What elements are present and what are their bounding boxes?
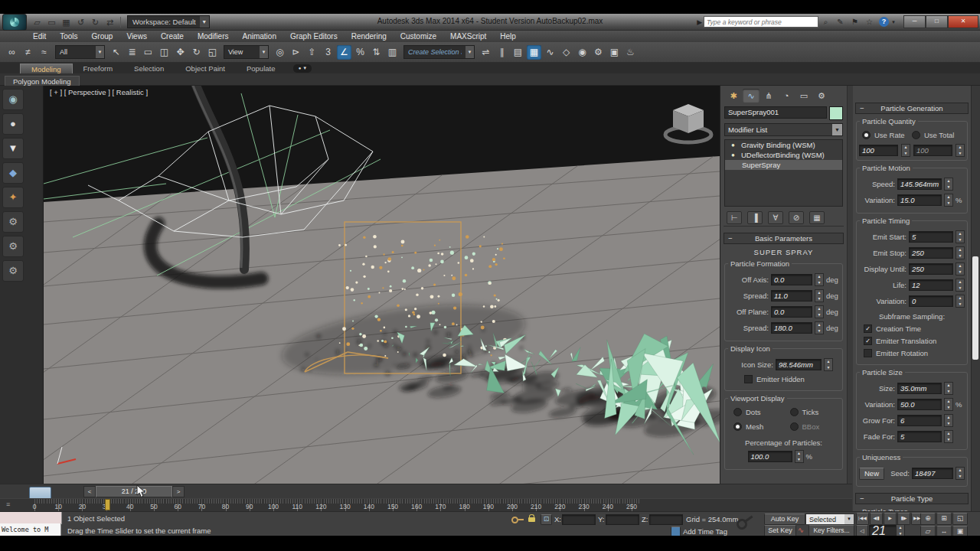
maxscript-mini-listener-pink[interactable] [0, 512, 62, 524]
selection-lock-key-icon[interactable] [511, 517, 518, 523]
select-object-icon[interactable]: ↖ [109, 45, 123, 60]
reference-coordinate-dropdown[interactable]: View ▼ [224, 45, 269, 59]
show-end-result-icon[interactable]: ▐ [747, 211, 763, 224]
spinner[interactable]: ▲▼ [795, 450, 804, 463]
subframe-check-emitter-rotation[interactable]: Emitter Rotation [864, 349, 965, 357]
maximize-button[interactable]: □ [926, 15, 948, 28]
ribbon-tab-selection[interactable]: Selection [123, 64, 175, 73]
spinner[interactable]: ▲▼ [944, 414, 953, 427]
menu-views[interactable]: Views [119, 31, 154, 42]
value-field[interactable]: 11.0 [771, 290, 812, 302]
add-time-tag[interactable]: Add Time Tag [683, 527, 727, 536]
spinner[interactable]: ▲▼ [944, 430, 953, 443]
window-crossing-icon[interactable]: ◫ [157, 45, 172, 60]
spinner[interactable]: ▲▼ [956, 144, 965, 157]
ribbon-tab-populate[interactable]: Populate [236, 64, 286, 73]
zoom-all-icon[interactable]: ⊞ [936, 513, 952, 525]
rollout-particle-type[interactable]: − Particle Type [855, 493, 969, 504]
key-step-toggle[interactable]: ◁ [856, 525, 868, 536]
align-icon[interactable]: ∥ [495, 45, 509, 60]
menu-create[interactable]: Create [154, 31, 191, 42]
viewport-display-option-bbox[interactable]: BBox [784, 422, 841, 431]
viewport-canvas[interactable] [44, 86, 720, 484]
ribbon-tab-object-paint[interactable]: Object Paint [175, 64, 236, 73]
stack-item-superspray[interactable]: SuperSpray [725, 160, 842, 170]
curve-editor-icon[interactable]: ∿ [543, 45, 557, 60]
set-key-button[interactable]: Set Key [764, 525, 796, 536]
machine-tool-c-icon[interactable]: ⚙ [2, 260, 24, 282]
value-field[interactable]: 5 [909, 231, 953, 243]
select-and-scale-icon[interactable]: ◱ [205, 45, 220, 60]
value-field[interactable]: 12 [909, 279, 953, 291]
unlink-selection-icon[interactable]: ≠ [21, 45, 35, 60]
spinner[interactable]: ▲▼ [956, 295, 965, 308]
value-field[interactable]: 35.0mm [897, 383, 942, 394]
sign-in-icon[interactable]: ✎ [835, 17, 846, 28]
redo-icon[interactable]: ↻ [89, 16, 102, 28]
select-and-move-icon[interactable]: ✥ [173, 45, 188, 60]
exchange-store-icon[interactable]: ⚑ [849, 17, 861, 28]
open-file-icon[interactable]: ▭ [45, 16, 58, 28]
light-bulb-icon[interactable]: ● [731, 150, 741, 160]
go-to-start-button[interactable]: |◀◀ [856, 513, 869, 525]
remove-modifier-icon[interactable]: ⊘ [789, 211, 804, 224]
lock-icon[interactable] [528, 517, 535, 522]
menu-edit[interactable]: Edit [26, 31, 53, 42]
menu-tools[interactable]: Tools [53, 31, 84, 42]
spinner[interactable]: ▲▼ [956, 246, 965, 259]
snaps-toggle-icon[interactable]: 3 [321, 45, 335, 60]
select-and-link-icon[interactable]: ∞ [5, 45, 19, 60]
previous-frame-arrow[interactable]: < [83, 486, 96, 497]
hierarchy-tab[interactable]: ⋔ [760, 89, 777, 103]
search-flyout-icon[interactable]: ▶ [697, 18, 702, 26]
help-chevron-icon[interactable]: ▼ [891, 20, 896, 24]
value-field[interactable]: 15.0 [897, 194, 942, 206]
panel-scrollbar-thumb[interactable] [972, 256, 978, 360]
render-production-icon[interactable]: ♨ [623, 45, 638, 60]
spinner[interactable]: ▲▼ [944, 178, 953, 191]
spinner[interactable]: ▲▼ [815, 289, 824, 302]
next-frame-button[interactable]: ▮▶ [897, 513, 910, 525]
spinner[interactable]: ▲▼ [815, 273, 824, 286]
spinner[interactable]: ▲▼ [944, 194, 953, 207]
menu-modifiers[interactable]: Modifiers [191, 31, 236, 42]
viewport-display-option-ticks[interactable]: Ticks [784, 408, 841, 416]
rendered-frame-window-icon[interactable]: ▣ [607, 45, 622, 60]
spinner[interactable]: ▲▼ [901, 144, 910, 157]
mirror-icon[interactable]: ⇌ [479, 45, 493, 60]
utilities-tab[interactable]: ⚙ [813, 89, 830, 103]
seed-field[interactable]: 18497 [912, 468, 953, 479]
zoom-icon[interactable]: ⊕ [920, 513, 936, 525]
select-and-manipulate-icon[interactable]: ⊳ [289, 45, 303, 60]
stack-item-udeflector-binding[interactable]: ● UDeflectorBinding (WSM) [725, 150, 842, 160]
subframe-check-emitter-translation[interactable]: Emitter Translation [864, 337, 965, 345]
display-tab[interactable]: ▭ [795, 89, 812, 103]
machine-tool-b-icon[interactable]: ⚙ [2, 236, 24, 257]
menu-customize[interactable]: Customize [394, 31, 443, 42]
use-total-radio[interactable]: Use Total [912, 131, 965, 139]
z-coordinate-field[interactable] [649, 514, 683, 525]
zoom-extents-icon[interactable]: ◱ [952, 513, 968, 525]
value-field[interactable]: 250 [909, 263, 953, 275]
create-tab[interactable]: ✱ [725, 89, 742, 103]
schematic-view-icon[interactable]: ◇ [559, 45, 573, 60]
spinner[interactable]: ▲▼ [956, 467, 965, 480]
next-frame-arrow[interactable]: > [172, 486, 185, 497]
render-setup-icon[interactable]: ⚙ [591, 45, 606, 60]
current-frame-marker[interactable] [105, 499, 110, 510]
menu-group[interactable]: Group [85, 31, 120, 42]
value-field[interactable]: 145.964mm [897, 178, 942, 190]
value-field[interactable]: 6 [897, 415, 942, 426]
spinner[interactable]: ▲▼ [956, 262, 965, 276]
value-field[interactable]: 0.0 [771, 306, 812, 318]
select-and-rotate-icon[interactable]: ↻ [189, 45, 204, 60]
scene-explorer-icon[interactable]: ▦ [527, 45, 541, 60]
spinner[interactable]: ▲▼ [824, 358, 833, 371]
y-coordinate-field[interactable] [606, 514, 639, 525]
biped-tool-icon[interactable]: ✦ [2, 187, 24, 208]
object-name-field[interactable]: SuperSpray001 [724, 106, 827, 119]
icon-size-field[interactable]: 98.546mm [776, 359, 822, 370]
help-icon[interactable]: ? [879, 17, 889, 27]
spinner[interactable]: ▲▼ [944, 398, 953, 411]
modifier-list-dropdown[interactable]: Modifier List ▼ [724, 123, 843, 136]
